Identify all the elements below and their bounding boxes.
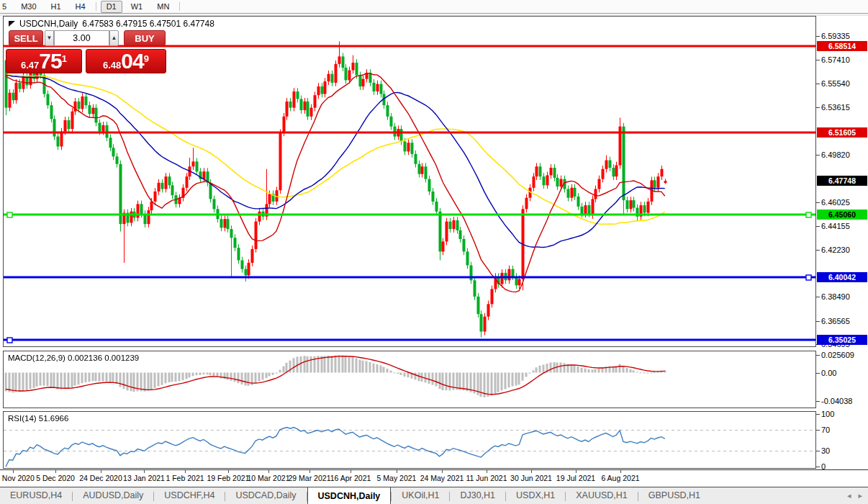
- timeframe-button-h1[interactable]: H1: [45, 1, 67, 13]
- price-badge: 6.45060: [817, 210, 867, 220]
- price-tick-mark: [816, 321, 820, 322]
- date-tick-label: 30 Jun 2021: [510, 474, 552, 482]
- volume-input[interactable]: 3.00: [54, 30, 109, 46]
- sell-price-sup: 1: [62, 50, 67, 68]
- symbol-tab-usdcad[interactable]: USDCAD,Daily: [225, 487, 306, 504]
- symbol-tab-usdx[interactable]: USDX,H1: [506, 487, 565, 504]
- rsi-panel: RSI(14) 51.6966: [3, 411, 816, 469]
- rsi-tick-mark: [816, 414, 820, 415]
- rsi-tick-mark: [816, 467, 820, 467]
- symbol-tab-dj30[interactable]: DJ30,H1: [450, 487, 505, 504]
- toolbar-separator: [179, 2, 180, 11]
- timeframe-toolbar: 5M30H1H4D1W1MN: [0, 0, 868, 13]
- buy-price-box[interactable]: 6.48049: [86, 49, 166, 73]
- price-tick-label: 6.46025: [821, 198, 850, 207]
- price-tick-label: 6.42230: [821, 246, 850, 254]
- price-axis[interactable]: 6.593356.574106.555406.536156.498206.460…: [816, 16, 868, 485]
- symbol-tab-ukoil[interactable]: UKOil,H1: [392, 487, 449, 504]
- rsi-label: RSI(14) 51.6966: [8, 414, 68, 423]
- price-tick-label: 6.36565: [821, 317, 850, 325]
- volume-decrease-icon[interactable]: ▼: [45, 30, 54, 46]
- price-tick-mark: [816, 36, 820, 37]
- timeframe-button-h4[interactable]: H4: [70, 1, 91, 13]
- chart-ohlc-values: 6.47583 6.47915 6.47501 6.47748: [82, 19, 214, 29]
- price-tick-mark: [816, 250, 820, 251]
- symbol-tab-usdcnh[interactable]: USDCNH,Daily: [307, 487, 392, 504]
- sell-price-box[interactable]: 6.47751: [6, 49, 82, 73]
- symbol-tab-xauusd[interactable]: XAUUSD,H1: [566, 487, 638, 504]
- date-tick-label: 1 Feb 2021: [166, 474, 204, 482]
- sell-button[interactable]: SELL: [9, 30, 43, 46]
- macd-tick-mark: [816, 373, 820, 374]
- date-tick-label: 29 Mar 2021: [289, 474, 331, 482]
- timeframe-button-mn[interactable]: MN: [151, 1, 175, 13]
- price-tick-mark: [816, 107, 820, 108]
- tab-scroll-right-icon[interactable]: ▸: [858, 491, 862, 500]
- symbol-tab-bar: EURUSD,H4AUDUSD,DailyUSDCHF,H4USDCAD,Dai…: [0, 487, 868, 504]
- price-badge: 6.47748: [817, 176, 867, 186]
- date-tick-mark: [487, 470, 487, 473]
- rsi-tick-label: 30: [821, 446, 830, 455]
- date-tick-mark: [13, 470, 14, 473]
- date-tick-label: 5 Dec 2020: [36, 474, 75, 482]
- buy-price-small: 6.48: [103, 59, 121, 71]
- price-tick-mark: [816, 84, 820, 84]
- date-tick-label: 16 Apr 2021: [330, 474, 371, 482]
- macd-tick-label: -0.04038: [821, 397, 852, 405]
- date-tick-label: 11 Jun 2021: [466, 474, 507, 482]
- date-tick-label: 19 Feb 2021: [207, 474, 250, 482]
- date-tick-label: 24 Dec 2020: [79, 474, 122, 482]
- macd-tick-label: 0.00: [821, 369, 836, 377]
- date-tick-mark: [576, 470, 577, 473]
- rsi-tick-label: 70: [821, 426, 830, 434]
- date-tick-label: 13 Jan 2021: [123, 474, 165, 482]
- buy-price-sup: 9: [144, 50, 149, 68]
- symbol-tab-gbpusd[interactable]: GBPUSD,H1: [638, 487, 710, 504]
- rsi-canvas[interactable]: [4, 412, 815, 468]
- sell-price-small: 6.47: [21, 59, 39, 71]
- rsi-tick-label: 100: [821, 410, 834, 418]
- date-tick-mark: [268, 470, 269, 473]
- symbol-tab-audusd[interactable]: AUDUSD,Daily: [73, 487, 153, 504]
- timeframe-button-m30[interactable]: M30: [15, 1, 42, 13]
- date-tick-label: 19 Jul 2021: [556, 474, 595, 482]
- macd-label: MACD(12,26,9) 0.002136 0.001239: [8, 354, 139, 362]
- one-click-toggle-icon[interactable]: [9, 21, 15, 27]
- price-badge: 6.35025: [817, 335, 867, 345]
- volume-increase-icon[interactable]: ▲: [109, 30, 119, 46]
- date-tick-mark: [228, 470, 229, 473]
- price-tick-label: 6.49820: [821, 150, 850, 159]
- date-tick-mark: [309, 470, 310, 473]
- price-tick-mark: [816, 202, 820, 203]
- rsi-tick-mark: [816, 430, 820, 431]
- timeframe-button-d1[interactable]: D1: [101, 1, 122, 13]
- date-tick-mark: [351, 470, 351, 473]
- date-tick-label: 24 May 2021: [420, 474, 464, 482]
- tab-scroll-arrows: ◂ ▸: [847, 491, 862, 500]
- symbol-tab-eurusd[interactable]: EURUSD,H4: [0, 487, 72, 504]
- toolbar-separator: [96, 2, 96, 11]
- price-badge: 6.58514: [817, 41, 867, 51]
- buy-button[interactable]: BUY: [124, 30, 166, 46]
- macd-tick-mark: [816, 355, 820, 356]
- macd-tick-label: 0.025609: [821, 351, 854, 359]
- price-tick-label: 6.53615: [821, 103, 850, 112]
- chart-symbol-label: USDCNH,Daily: [19, 19, 78, 29]
- date-tick-mark: [55, 470, 56, 473]
- date-tick-label: 5 May 2021: [377, 474, 417, 482]
- buy-price-big: 04: [121, 51, 143, 71]
- timeframe-button-5[interactable]: 5: [0, 1, 12, 13]
- tab-scroll-left-icon[interactable]: ◂: [847, 491, 851, 500]
- symbol-tab-usdchf[interactable]: USDCHF,H4: [154, 487, 225, 504]
- price-tick-label: 6.59335: [821, 32, 850, 40]
- price-tick-label: 6.55540: [821, 79, 850, 88]
- date-tick-label: 10 Mar 2021: [248, 474, 290, 482]
- price-tick-label: 6.57410: [821, 55, 850, 64]
- date-axis[interactable]: 17 Nov 20205 Dec 202024 Dec 202013 Jan 2…: [0, 469, 868, 487]
- macd-panel: MACD(12,26,9) 0.002136 0.001239: [3, 351, 816, 408]
- price-tick-mark: [816, 60, 820, 60]
- timeframe-button-w1[interactable]: W1: [125, 1, 149, 13]
- date-tick-label: 6 Aug 2021: [601, 474, 639, 482]
- date-tick-mark: [531, 470, 532, 473]
- trading-platform-window: 5M30H1H4D1W1MN USDCNH,Daily 6.47583 6.47…: [0, 0, 868, 504]
